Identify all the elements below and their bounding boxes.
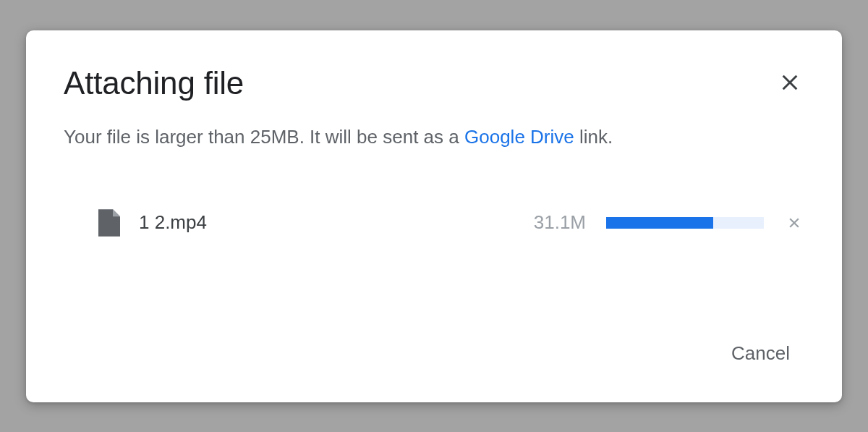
dialog-header: Attaching file <box>64 65 804 101</box>
file-name: 1 2.mp4 <box>139 211 534 234</box>
close-button[interactable] <box>775 68 804 97</box>
cancel-icon <box>787 216 801 230</box>
file-size: 31.1M <box>534 211 586 234</box>
attaching-file-dialog: Attaching file Your file is larger than … <box>26 30 842 402</box>
google-drive-link[interactable]: Google Drive <box>464 126 574 148</box>
cancel-upload-button[interactable] <box>784 213 804 233</box>
upload-progress-fill <box>606 217 713 229</box>
dialog-message: Your file is larger than 25MB. It will b… <box>64 123 804 151</box>
upload-progress-bar <box>606 217 764 229</box>
cancel-button[interactable]: Cancel <box>723 336 799 370</box>
dialog-footer: Cancel <box>64 336 804 379</box>
message-suffix: link. <box>574 126 613 148</box>
dialog-title: Attaching file <box>64 65 244 101</box>
message-prefix: Your file is larger than 25MB. It will b… <box>64 126 464 148</box>
file-upload-row: 1 2.mp4 31.1M <box>64 209 804 237</box>
file-icon <box>98 209 120 237</box>
close-icon <box>778 71 801 94</box>
